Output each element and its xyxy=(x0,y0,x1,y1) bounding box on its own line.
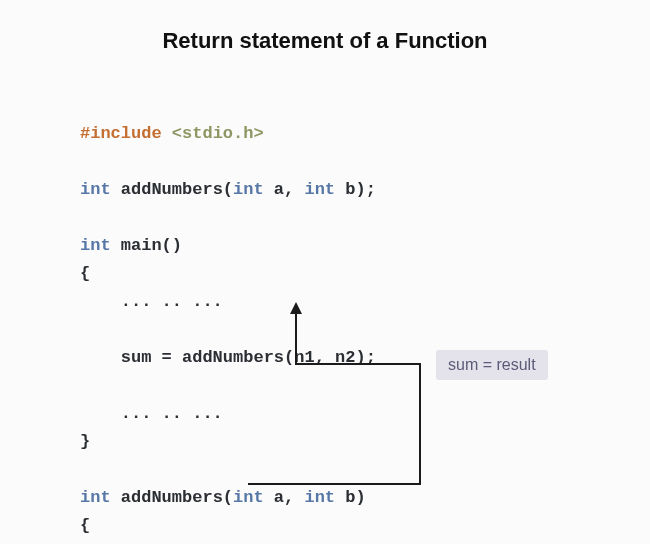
tok-int: int xyxy=(80,488,111,507)
tok: main() xyxy=(111,236,182,255)
tok-int: int xyxy=(304,180,335,199)
tok-int: int xyxy=(80,180,111,199)
tok-dots: ... .. ... xyxy=(80,292,223,311)
tok-call: sum = addNumbers(n1, n2); xyxy=(80,348,376,367)
tok-dots: ... .. ... xyxy=(80,404,223,423)
code-block: #include <stdio.h> int addNumbers(int a,… xyxy=(80,92,376,544)
callout-badge: sum = result xyxy=(436,350,548,380)
tok-include: #include xyxy=(80,124,162,143)
tok-header: <stdio.h> xyxy=(172,124,264,143)
tok: b) xyxy=(335,488,366,507)
tok-int: int xyxy=(80,236,111,255)
page-title: Return statement of a Function xyxy=(0,0,650,54)
tok: a, xyxy=(264,488,305,507)
tok-int: int xyxy=(304,488,335,507)
tok-brace: { xyxy=(80,516,90,535)
tok-brace: } xyxy=(80,432,90,451)
tok: addNumbers( xyxy=(111,180,233,199)
tok-int: int xyxy=(233,488,264,507)
tok-brace: { xyxy=(80,264,90,283)
tok: a, xyxy=(264,180,305,199)
tok-int: int xyxy=(233,180,264,199)
tok: addNumbers( xyxy=(111,488,233,507)
tok: b); xyxy=(335,180,376,199)
